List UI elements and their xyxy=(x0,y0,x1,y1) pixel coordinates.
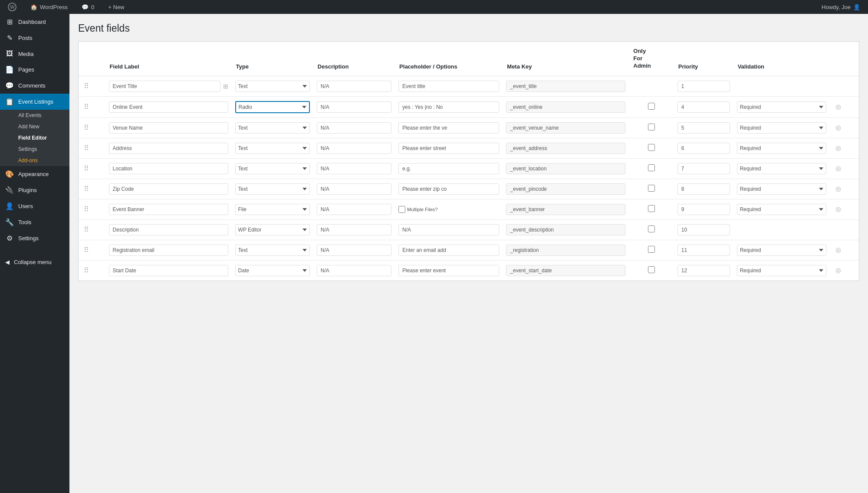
admin-only-checkbox[interactable] xyxy=(648,205,655,212)
field-label-input[interactable] xyxy=(109,183,228,195)
submenu-all-events[interactable]: All Events xyxy=(0,110,69,121)
field-label-input[interactable] xyxy=(109,204,228,215)
sidebar-item-pages[interactable]: 📄 Pages xyxy=(0,62,69,78)
type-select[interactable]: TextRadioFileWP EditorDate xyxy=(235,163,310,174)
priority-input[interactable] xyxy=(677,265,730,276)
description-input[interactable] xyxy=(317,143,391,154)
validation-select[interactable]: RequiredOptional xyxy=(737,101,827,113)
field-label-input[interactable] xyxy=(109,143,228,154)
drag-handle[interactable]: ⠿ xyxy=(82,103,91,111)
description-input[interactable] xyxy=(317,204,391,215)
priority-input[interactable] xyxy=(677,183,730,195)
delete-button[interactable]: ⊗ xyxy=(833,183,843,195)
validation-select[interactable]: RequiredOptional xyxy=(737,245,827,256)
validation-select[interactable]: RequiredOptional xyxy=(737,122,827,134)
admin-only-checkbox[interactable] xyxy=(648,164,655,171)
meta-key-input[interactable] xyxy=(506,143,625,154)
admin-only-checkbox[interactable] xyxy=(648,103,655,110)
placeholder-input[interactable] xyxy=(398,163,499,174)
description-input[interactable] xyxy=(317,122,391,134)
priority-input[interactable] xyxy=(677,143,730,154)
type-select[interactable]: TextRadioFileWP EditorDate xyxy=(235,183,310,195)
priority-input[interactable] xyxy=(677,204,730,215)
priority-input[interactable] xyxy=(677,245,730,256)
field-label-input[interactable] xyxy=(109,265,228,276)
wp-logo[interactable]: W xyxy=(4,0,20,14)
admin-only-checkbox[interactable] xyxy=(648,225,655,232)
description-input[interactable] xyxy=(317,183,391,195)
priority-input[interactable] xyxy=(677,163,730,174)
admin-only-checkbox[interactable] xyxy=(648,246,655,253)
description-input[interactable] xyxy=(317,81,391,92)
description-input[interactable] xyxy=(317,101,391,113)
sidebar-item-settings[interactable]: ⚙ Settings xyxy=(0,230,69,246)
type-select[interactable]: TextRadioFileWP EditorDate xyxy=(235,265,310,276)
type-select[interactable]: TextRadioFileWP EditorDate xyxy=(235,224,310,235)
priority-input[interactable] xyxy=(677,101,730,113)
field-label-input[interactable] xyxy=(109,122,228,134)
adminbar-new[interactable]: + New xyxy=(105,0,128,14)
field-label-input[interactable] xyxy=(109,224,228,235)
adminbar-wordpress[interactable]: 🏠 WordPress xyxy=(27,0,71,14)
submenu-add-ons[interactable]: Add-ons xyxy=(0,155,69,166)
placeholder-input[interactable] xyxy=(398,122,499,134)
adminbar-howdy[interactable]: Howdy, Joe 👤 xyxy=(818,0,864,14)
sidebar-item-posts[interactable]: ✎ Posts xyxy=(0,30,69,46)
validation-select[interactable]: RequiredOptional xyxy=(737,143,827,154)
drag-handle[interactable]: ⠿ xyxy=(82,185,91,193)
drag-handle[interactable]: ⠿ xyxy=(82,165,91,172)
sidebar-item-users[interactable]: 👤 Users xyxy=(0,198,69,214)
delete-button[interactable]: ⊗ xyxy=(833,101,843,113)
meta-key-input[interactable] xyxy=(506,245,625,256)
type-select[interactable]: TextRadioFileWP EditorDate xyxy=(235,101,310,113)
sidebar-item-media[interactable]: 🖼 Media xyxy=(0,46,69,62)
field-label-input[interactable] xyxy=(109,163,228,174)
multiple-files-checkbox[interactable] xyxy=(398,206,405,213)
collapse-menu[interactable]: ◀ Collapse menu xyxy=(0,255,69,269)
sidebar-item-plugins[interactable]: 🔌 Plugins xyxy=(0,182,69,198)
priority-input[interactable] xyxy=(677,81,730,92)
admin-only-checkbox[interactable] xyxy=(648,124,655,131)
priority-input[interactable] xyxy=(677,122,730,134)
type-select[interactable]: TextRadioFileWP EditorDate xyxy=(235,204,310,215)
meta-key-input[interactable] xyxy=(506,101,625,113)
submenu-field-editor[interactable]: Field Editor xyxy=(0,132,69,144)
validation-select[interactable]: RequiredOptional xyxy=(737,265,827,276)
drag-handle[interactable]: ⠿ xyxy=(82,124,91,131)
drag-handle[interactable]: ⠿ xyxy=(82,246,91,254)
delete-button[interactable]: ⊗ xyxy=(833,245,843,256)
type-select[interactable]: TextRadioFileWP EditorDate xyxy=(235,143,310,154)
placeholder-input[interactable] xyxy=(398,143,499,154)
delete-button[interactable]: ⊗ xyxy=(833,204,843,215)
placeholder-input[interactable] xyxy=(398,183,499,195)
adminbar-comments[interactable]: 💬 0 xyxy=(78,0,98,14)
drag-handle[interactable]: ⠿ xyxy=(82,144,91,152)
meta-key-input[interactable] xyxy=(506,204,625,215)
description-input[interactable] xyxy=(317,163,391,174)
delete-button[interactable]: ⊗ xyxy=(833,143,843,154)
sidebar-item-event-listings[interactable]: 📋 Event Listings xyxy=(0,94,69,110)
sidebar-item-tools[interactable]: 🔧 Tools xyxy=(0,214,69,230)
field-label-input[interactable] xyxy=(109,245,228,256)
description-input[interactable] xyxy=(317,265,391,276)
field-label-input[interactable] xyxy=(109,81,220,92)
placeholder-input[interactable] xyxy=(398,265,499,276)
priority-input[interactable] xyxy=(677,224,730,235)
sidebar-item-appearance[interactable]: 🎨 Appearance xyxy=(0,166,69,182)
meta-key-input[interactable] xyxy=(506,81,625,92)
type-select[interactable]: TextRadioFileWP EditorDate xyxy=(235,81,310,92)
validation-select[interactable]: RequiredOptional xyxy=(737,183,827,195)
placeholder-input[interactable] xyxy=(398,224,499,235)
meta-key-input[interactable] xyxy=(506,163,625,174)
admin-only-checkbox[interactable] xyxy=(648,266,655,273)
placeholder-input[interactable] xyxy=(398,245,499,256)
placeholder-input[interactable] xyxy=(398,101,499,113)
drag-handle[interactable]: ⠿ xyxy=(82,206,91,213)
type-select[interactable]: TextRadioFileWP EditorDate xyxy=(235,245,310,256)
description-input[interactable] xyxy=(317,224,391,235)
sidebar-item-comments[interactable]: 💬 Comments xyxy=(0,78,69,94)
delete-button[interactable]: ⊗ xyxy=(833,265,843,276)
placeholder-input[interactable] xyxy=(398,81,499,92)
meta-key-input[interactable] xyxy=(506,183,625,195)
field-label-input[interactable] xyxy=(109,101,228,113)
